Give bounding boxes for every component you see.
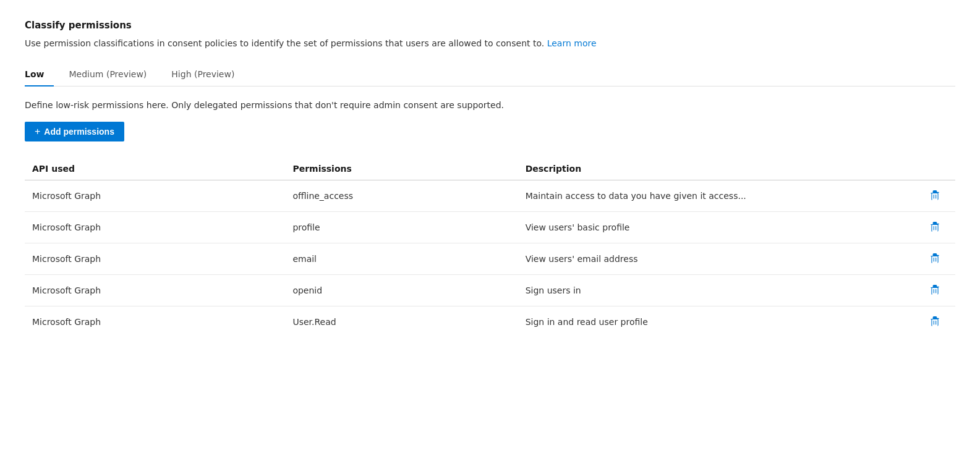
trash-icon — [929, 190, 940, 201]
col-header-action — [918, 159, 955, 180]
tab-medium[interactable]: Medium (Preview) — [69, 64, 156, 86]
col-header-api: API used — [25, 159, 285, 180]
cell-description: Sign users in — [518, 275, 918, 306]
trash-icon — [929, 285, 940, 296]
delete-row-button[interactable] — [926, 314, 944, 330]
col-header-description: Description — [518, 159, 918, 180]
cell-permissions: offline_access — [285, 180, 518, 212]
add-permissions-label: Add permissions — [44, 127, 114, 137]
cell-description: Sign in and read user profile — [518, 306, 918, 338]
cell-permissions: User.Read — [285, 306, 518, 338]
trash-icon — [929, 253, 940, 264]
tab-high[interactable]: High (Preview) — [171, 64, 244, 86]
table-row: Microsoft GraphUser.ReadSign in and read… — [25, 306, 955, 338]
cell-api: Microsoft Graph — [25, 243, 285, 275]
learn-more-link[interactable]: Learn more — [547, 38, 597, 48]
col-header-permissions: Permissions — [285, 159, 518, 180]
delete-row-button[interactable] — [926, 219, 944, 235]
delete-row-button[interactable] — [926, 251, 944, 267]
trash-icon — [929, 222, 940, 233]
cell-action — [918, 212, 955, 243]
table-row: Microsoft GraphemailView users' email ad… — [25, 243, 955, 275]
tab-low[interactable]: Low — [25, 64, 54, 86]
table-header-row: API used Permissions Description — [25, 159, 955, 180]
description-text: Use permission classifications in consen… — [25, 38, 544, 48]
plus-icon: + — [35, 127, 40, 137]
cell-action — [918, 306, 955, 338]
permissions-table: API used Permissions Description Microso… — [25, 159, 955, 337]
cell-permissions: profile — [285, 212, 518, 243]
add-permissions-button[interactable]: + Add permissions — [25, 122, 124, 141]
trash-icon — [929, 316, 940, 327]
subtitle-text: Define low-risk permissions here. Only d… — [25, 99, 955, 112]
cell-permissions: email — [285, 243, 518, 275]
cell-api: Microsoft Graph — [25, 212, 285, 243]
cell-api: Microsoft Graph — [25, 275, 285, 306]
table-row: Microsoft GraphopenidSign users in — [25, 275, 955, 306]
table-row: Microsoft GraphprofileView users' basic … — [25, 212, 955, 243]
cell-description: View users' basic profile — [518, 212, 918, 243]
cell-api: Microsoft Graph — [25, 306, 285, 338]
cell-action — [918, 180, 955, 212]
cell-description: View users' email address — [518, 243, 918, 275]
delete-row-button[interactable] — [926, 188, 944, 204]
cell-permissions: openid — [285, 275, 518, 306]
table-row: Microsoft Graphoffline_accessMaintain ac… — [25, 180, 955, 212]
tabs-container: Low Medium (Preview) High (Preview) — [25, 64, 955, 86]
cell-api: Microsoft Graph — [25, 180, 285, 212]
delete-row-button[interactable] — [926, 282, 944, 298]
page-description: Use permission classifications in consen… — [25, 37, 955, 50]
cell-action — [918, 275, 955, 306]
cell-action — [918, 243, 955, 275]
page-title: Classify permissions — [25, 20, 955, 31]
cell-description: Maintain access to data you have given i… — [518, 180, 918, 212]
